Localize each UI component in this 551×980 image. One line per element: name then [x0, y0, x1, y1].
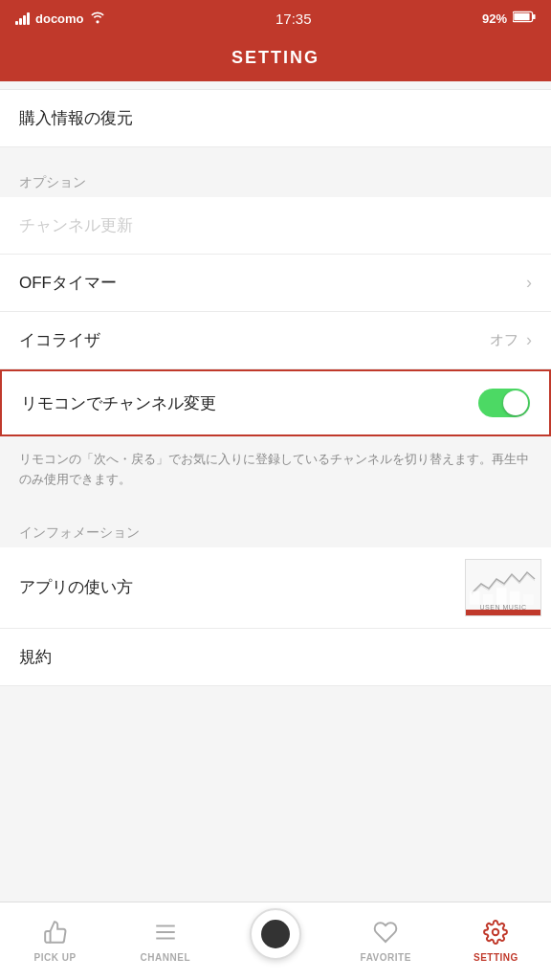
- equalizer-item[interactable]: イコライザ オフ ›: [0, 312, 551, 369]
- options-header: オプション: [0, 165, 551, 197]
- channel-update-item: チャンネル更新: [0, 197, 551, 255]
- status-left: docomo: [15, 11, 105, 27]
- channel-label: CHANNEL: [141, 952, 190, 963]
- favorite-label: FAVORITE: [361, 952, 411, 963]
- settings-content: 購入情報の復元 オプション チャンネル更新 OFFタイマー › イコライザ オフ…: [0, 81, 551, 902]
- app-usage-item[interactable]: アプリの使い方 USEN MUSIC: [0, 547, 551, 629]
- app-thumbnail: USEN MUSIC: [465, 559, 541, 616]
- svg-rect-1: [514, 13, 529, 21]
- play-button[interactable]: [250, 908, 301, 960]
- app-usage-label: アプリの使い方: [19, 576, 133, 598]
- remote-channel-toggle[interactable]: [478, 389, 530, 417]
- favorite-icon: [373, 920, 398, 948]
- options-header-label: オプション: [19, 174, 86, 189]
- info-header-label: インフォメーション: [19, 524, 140, 540]
- battery-icon: [513, 11, 536, 26]
- status-time: 17:35: [276, 11, 312, 27]
- page-header: SETTING: [0, 36, 551, 81]
- info-header: インフォメーション: [0, 515, 551, 547]
- svg-rect-3: [470, 590, 480, 604]
- equalizer-chevron-icon: ›: [526, 330, 532, 350]
- signal-bars-icon: [15, 11, 30, 25]
- tab-channel[interactable]: CHANNEL: [110, 902, 220, 980]
- options-section: オプション チャンネル更新 OFFタイマー › イコライザ オフ › リモコンで…: [0, 165, 551, 436]
- restore-purchase-label: 購入情報の復元: [19, 107, 133, 129]
- restore-section: 購入情報の復元: [0, 89, 551, 147]
- svg-rect-7: [523, 594, 534, 605]
- status-bar: docomo 17:35 92%: [0, 0, 551, 36]
- equalizer-value: オフ: [490, 331, 518, 349]
- off-timer-chevron-icon: ›: [526, 273, 532, 293]
- page-title: SETTING: [231, 48, 320, 67]
- channel-icon: [153, 920, 178, 948]
- toggle-knob: [503, 390, 528, 415]
- tab-pickup[interactable]: PICK UP: [0, 902, 110, 980]
- tab-bar: PICK UP CHANNEL FAVORITE: [0, 902, 551, 980]
- tab-play[interactable]: [220, 908, 330, 960]
- channel-update-label: チャンネル更新: [19, 214, 133, 236]
- restore-purchase-item[interactable]: 購入情報の復元: [0, 89, 551, 147]
- equalizer-label: イコライザ: [19, 329, 100, 351]
- remote-channel-label: リモコンでチャンネル変更: [21, 392, 216, 414]
- battery-label: 92%: [482, 11, 507, 26]
- svg-rect-5: [496, 588, 507, 605]
- svg-rect-6: [510, 590, 520, 604]
- pickup-label: PICK UP: [34, 952, 77, 963]
- helper-text: リモコンの「次へ・戻る」でお気に入りに登録しているチャンネルを切り替えます。再生…: [0, 436, 551, 507]
- wifi-icon: [90, 11, 105, 27]
- tab-setting[interactable]: SETTING: [441, 902, 551, 980]
- app-thumb-bar: [466, 610, 540, 615]
- svg-rect-4: [483, 594, 494, 605]
- status-right: 92%: [482, 11, 536, 26]
- equalizer-right: オフ ›: [490, 330, 532, 350]
- setting-icon: [483, 920, 508, 948]
- carrier-label: docomo: [35, 11, 84, 26]
- info-section: インフォメーション アプリの使い方 USEN MUSIC: [0, 515, 551, 686]
- remote-channel-item[interactable]: リモコンでチャンネル変更: [0, 369, 551, 436]
- svg-point-11: [493, 929, 499, 936]
- setting-label: SETTING: [474, 952, 518, 963]
- tab-favorite[interactable]: FAVORITE: [331, 902, 441, 980]
- play-button-inner: [261, 920, 290, 948]
- terms-item[interactable]: 規約: [0, 629, 551, 686]
- off-timer-item[interactable]: OFFタイマー ›: [0, 255, 551, 312]
- pickup-icon: [43, 920, 68, 948]
- terms-label: 規約: [19, 646, 52, 668]
- off-timer-label: OFFタイマー: [19, 272, 117, 294]
- svg-rect-2: [533, 14, 536, 19]
